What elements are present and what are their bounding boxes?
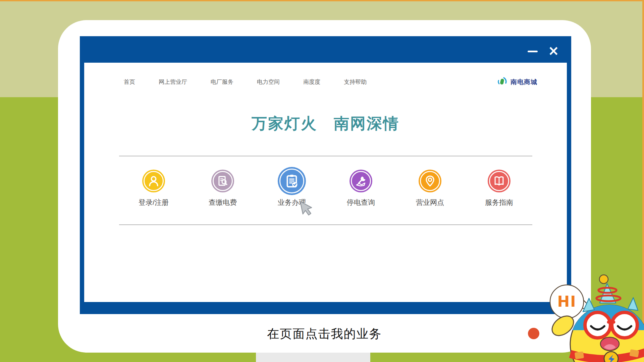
service-business-outlets[interactable]: 营业网点 [395, 158, 465, 207]
hero-slogan: 万家灯火 南网深情 [84, 113, 567, 134]
service-label: 查缴电费 [209, 198, 237, 207]
mall-logo-icon [497, 76, 507, 88]
icon-box [142, 165, 165, 197]
nav-item-online-hall[interactable]: 网上营业厅 [159, 78, 187, 86]
minimize-button[interactable] [528, 51, 538, 52]
clipboard-check-icon [278, 167, 306, 195]
user-icon [142, 170, 165, 192]
service-label: 服务指南 [485, 198, 513, 207]
service-label: 登录/注册 [139, 198, 169, 207]
location-pin-icon [419, 170, 441, 192]
browser-window: × 首页 网上营业厅 电厂服务 电力空间 南度度 支持帮助 南电商城 [80, 36, 571, 314]
page-content: 万家灯火 南网深情 登录/注册 [84, 101, 567, 302]
bill-search-icon [211, 170, 234, 192]
service-login-register[interactable]: 登录/注册 [119, 158, 188, 207]
wrench-map-icon [350, 170, 372, 192]
divider-top [119, 156, 532, 156]
service-label: 停电查询 [347, 198, 375, 207]
nav-item-power-space[interactable]: 电力空间 [257, 78, 280, 86]
icon-box [419, 165, 441, 197]
site-navbar: 首页 网上营业厅 电厂服务 电力空间 南度度 支持帮助 南电商城 [84, 63, 567, 101]
nav-item-nandudu[interactable]: 南度度 [303, 78, 320, 86]
mascot-greeting-text: HI [557, 293, 576, 310]
close-button[interactable]: × [548, 44, 559, 57]
service-outage-inquiry[interactable]: 停电查询 [326, 158, 395, 207]
service-shortcuts: 登录/注册 查缴 [119, 158, 534, 207]
service-guide[interactable]: 服务指南 [465, 158, 534, 207]
icon-box [211, 165, 234, 197]
mascot-glasses-right [612, 312, 637, 338]
nav-item-plant-service[interactable]: 电厂服务 [211, 78, 233, 86]
icon-box [350, 165, 372, 197]
nav-item-home[interactable]: 首页 [124, 78, 135, 86]
site-logo[interactable]: 南电商城 [497, 76, 537, 88]
mouse-cursor-icon [300, 200, 316, 219]
bottom-gray-strip [256, 353, 370, 362]
tutorial-caption: 在页面点击我的业务 [58, 326, 591, 342]
nav-item-support[interactable]: 支持帮助 [344, 78, 367, 86]
red-dot-indicator [528, 328, 539, 339]
antenna-ball [599, 275, 608, 284]
mascot-glasses-left [585, 312, 610, 338]
service-business-handling[interactable]: 业务办理 [257, 158, 326, 207]
mascot-character: HI [547, 275, 644, 362]
service-label: 营业网点 [416, 198, 444, 207]
top-orange-edge [0, 0, 644, 1]
icon-box [278, 165, 306, 197]
open-book-icon [488, 170, 511, 192]
divider-bottom [119, 225, 532, 225]
window-titlebar: × [80, 36, 571, 63]
icon-box [488, 165, 511, 197]
service-check-pay-bill[interactable]: 查缴电费 [188, 158, 257, 207]
site-logo-label: 南电商城 [511, 78, 537, 86]
video-frame: × 首页 网上营业厅 电厂服务 电力空间 南度度 支持帮助 南电商城 [0, 0, 644, 362]
